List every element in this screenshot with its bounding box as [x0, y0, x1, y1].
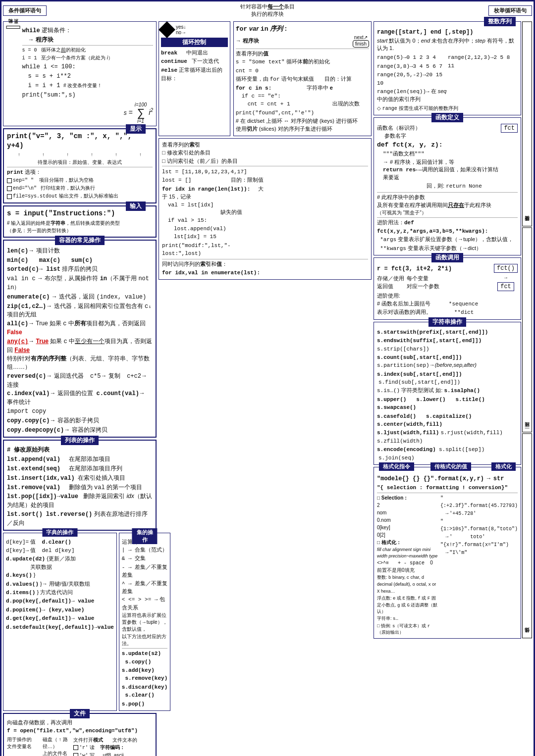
format-title-box: 格式化: [491, 462, 516, 471]
display-title: 显示: [126, 124, 146, 134]
vert-label-r2: 一次循环: [522, 227, 532, 432]
format-row: 格式化指令 传格式化的值 格式化 "modele{} {} {}".format…: [377, 469, 518, 636]
vert-label-left: 初始化更新: [6, 26, 20, 29]
right-main: 整数序列 range([start,] end [,step]) start 默…: [374, 21, 521, 639]
diamond-shape: [159, 21, 175, 38]
flow-labels: yes↓ no→: [176, 24, 186, 35]
str-title: 字符串操作: [428, 317, 466, 327]
cb-w: [73, 753, 78, 756]
func-call-title: 函数调用: [431, 253, 463, 262]
list-title: 列表的操作: [61, 436, 99, 445]
format-examples: □ Selection： 2 nom 0.nom 0[key] 0[2] □ 格…: [377, 494, 518, 636]
loop-ctrl-content: 循环控制 break 中间退出 continue 下一次迭代 #else 正常循…: [161, 38, 228, 83]
while-syntax-row: 初始化更新 while 逻辑条件： → 程序块 s = 0 循环体之前的初始化 …: [6, 26, 153, 100]
print-arrows: ↑ ↑ ↑ ↑ ↑ ↑: [7, 152, 153, 157]
func-call-row: r = fct(3, it+2, 2*i) 存储／使用 返回值 每个变量 对应一…: [377, 264, 518, 317]
file-open-row: 用于操作的文件变量名 磁盘（ ↑ 路径…）上的文件名 文件打开模式 文件文本的 …: [7, 736, 153, 756]
str-content: s.startswith(prefix[,start[,end]]) s.end…: [377, 328, 518, 462]
func-def-left: 函数名（标识符） 参数名字 def fct(x, y, z): """函数文档"…: [377, 124, 501, 191]
cb3: [7, 194, 12, 199]
while-section: 初始化更新 while 逻辑条件： → 程序块 s = 0 循环体之前的初始化 …: [3, 21, 157, 126]
func-def-title: 函数定义: [431, 113, 463, 122]
set-title: 集的操作: [132, 528, 157, 544]
while-desc: 针对容器中每一个条目 执行的程序块: [240, 3, 295, 18]
dict-section: 字典的操作 d[key]= 值 d.clear() d[key]→ 值 del …: [3, 533, 117, 711]
finish-box: finish: [353, 40, 369, 48]
dict-title: 字典的操作: [42, 528, 77, 537]
str-section: 字符串操作 s.startswith(prefix[,start[,end]])…: [374, 322, 521, 465]
file-section: 文件 向磁盘存储数据，再次调用 f = open("file.txt","w",…: [3, 713, 157, 756]
range-title-div: 整数序列: [484, 17, 516, 26]
format-left: 格式化指令 传格式化的值 格式化 "modele{} {} {}".format…: [377, 469, 518, 636]
func-call-desc: 存储／使用 返回值 每个变量 对应一个参数: [377, 274, 494, 291]
func-call-left: r = fct(3, it+2, 2*i) 存储／使用 返回值 每个变量 对应一…: [377, 264, 494, 317]
dict-set-row: 字典的操作 d[key]= 值 d.clear() d[key]→ 值 del …: [3, 533, 157, 711]
middle-col: yes↓ no→ 循环控制 break 中间退出 continue 下一次迭代 …: [159, 21, 372, 756]
sum-formula-row: s = i=100 ∑ i=1 i2: [6, 102, 153, 124]
while-flow: yes↓ no→ 循环控制 break 中间退出 continue 下一次迭代 …: [159, 21, 230, 136]
for-index-section: 查看序列的索引 □ 修改索引处的条目 □ 访问索引处（前／后）的条目 lst =…: [159, 138, 372, 280]
loop-ctrl-header: 循环控制: [161, 38, 228, 47]
for-flow: → 程序块 next↗ finish: [236, 35, 369, 48]
flow-row: yes↓ no→ 循环控制 break 中间退出 continue 下一次迭代 …: [159, 21, 372, 136]
right-vert-labels: 循环变量 一次循环 值选择: [522, 21, 532, 639]
vert-label-r3: 值选择: [522, 433, 532, 638]
flow-diagram: yes↓ no→: [161, 24, 228, 36]
func-call-section: 函数调用 r = fct(3, it+2, 2*i) 存储／使用 返回值: [374, 257, 521, 320]
format-val-title: 传格式化的值: [430, 462, 471, 471]
format-section: 格式化指令 传格式化的值 格式化 "modele{} {} {}".format…: [374, 467, 521, 639]
next-finish: next↗ finish: [353, 35, 369, 48]
top-center: 针对容器中每一个条目 执行的程序块: [240, 3, 295, 18]
range-examples: range(5)→0 1 2 3 4 range(3,8)→3 4 5 6 7 …: [377, 53, 518, 103]
fct-call-box: fct(): [494, 264, 518, 273]
input-title: 输入: [126, 202, 146, 211]
for-section-label: 枚举循环语句: [494, 7, 527, 13]
vert-label-r1: 循环变量: [522, 21, 532, 226]
container-title: 容器的常见操作: [55, 236, 105, 245]
for-title-box: 枚举循环语句: [488, 5, 532, 16]
func-call-boxes: fct() → fct: [494, 264, 518, 291]
fct-result-box: fct: [497, 282, 514, 291]
lst-example: lst = [11,18,9,12,23,4,17] lost = [] 目的：…: [162, 167, 368, 258]
page-container: 条件循环语句 针对容器中每一个条目 执行的程序块 枚举循环语句 初始化更新: [0, 0, 535, 756]
file-title: 文件: [70, 709, 90, 718]
right-col: 整数序列 range([start,] end [,step]) start 默…: [374, 21, 532, 756]
set-section: 集的操作 运算符: | → 合集（范式） & → 交集 - → 差集／不重复差集…: [119, 533, 170, 711]
while-title-box: 条件循环语句: [3, 5, 47, 16]
right-top: 整数序列 range([start,] end [,step]) start 默…: [374, 21, 532, 639]
while-content: while 逻辑条件： → 程序块 s = 0 循环体之前的初始化 i = 1 …: [22, 26, 153, 100]
cb-r: [73, 745, 78, 750]
for-section: for var in 序列 : → 程序块 next↗ finish 查看序列的…: [233, 21, 372, 136]
main-content: 初始化更新 while 逻辑条件： → 程序块 s = 0 循环体之前的初始化 …: [3, 21, 532, 756]
sum-formula: s = i=100 ∑ i=1 i2: [124, 102, 153, 124]
format-spec-title: 格式化指令: [379, 462, 414, 471]
while-section-label: 条件循环语句: [8, 7, 41, 13]
func-def-section: 函数定义 函数名（标识符） 参数名字 def fct(x, y, z): """…: [374, 117, 521, 255]
left-col: 初始化更新 while 逻辑条件： → 程序块 s = 0 循环体之前的初始化 …: [3, 21, 157, 756]
top-titles: 条件循环语句 针对容器中每一个条目 执行的程序块 枚举循环语句: [3, 3, 532, 18]
cb1: [7, 178, 12, 183]
func-def-row: 函数名（标识符） 参数名字 def fct(x, y, z): """函数文档"…: [377, 124, 518, 191]
range-section: 整数序列 range([start,] end [,step]) start 默…: [374, 21, 521, 115]
input-section: 输入 s = input("Instructions:") # 输入返回的始终是…: [3, 205, 157, 238]
fct-label-box: fct: [501, 124, 518, 133]
display-section: 显示 print("v=", 3, "cm :", x, ",", y+4) ↑…: [3, 128, 157, 204]
container-section: 容器的常见操作 len(c)→ 项目计数 min(c) max(c) sum(c…: [3, 240, 157, 438]
list-section: 列表的操作 # 修改原始列表 lst.append(val) 在尾部添加项目 l…: [3, 440, 157, 530]
cb2: [7, 186, 12, 191]
